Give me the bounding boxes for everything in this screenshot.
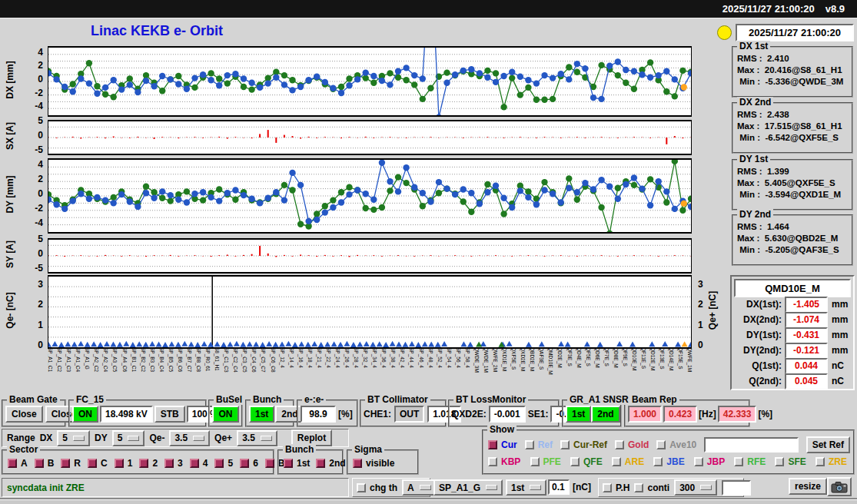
bunch-2nd-label: 2nd — [329, 458, 345, 469]
range-qep-select[interactable]: 3.5 — [237, 430, 277, 446]
sector-2-checkbox[interactable] — [139, 459, 148, 468]
resize-button[interactable]: resize — [789, 478, 827, 495]
x-axis-label: SP_21_4 — [317, 347, 322, 395]
bunch-1st-button[interactable]: 1st — [249, 406, 274, 423]
bt-collimator-label: BT Collimator — [365, 394, 430, 405]
sy-yticks: 50-5 — [22, 238, 45, 270]
x-axis-label: SP_48_4 — [428, 347, 433, 395]
fc15-label: FC_15 — [74, 394, 106, 405]
sector-a-checkbox[interactable] — [8, 459, 17, 468]
show-are-checkbox[interactable] — [612, 457, 621, 466]
count-input[interactable] — [722, 480, 751, 496]
option-menu-indicator — [73, 436, 85, 441]
sector-4-checkbox[interactable] — [190, 459, 199, 468]
x-axis-label: QD6E_M — [595, 347, 600, 395]
beam-gate-group: Beam Gate Close Close — [2, 400, 66, 427]
show-gold-checkbox[interactable] — [615, 440, 624, 449]
fc15-on-button[interactable]: ON — [72, 406, 98, 423]
show-ref-checkbox[interactable] — [525, 440, 534, 449]
threshold-input[interactable] — [548, 479, 570, 495]
option-menu-indicator — [193, 436, 204, 441]
dx2-unit: mm — [832, 314, 848, 325]
dy-2nd-stats-title: DY 2nd — [737, 209, 773, 220]
show-zre-checkbox[interactable] — [815, 457, 825, 466]
sector-1-checkbox[interactable] — [115, 459, 124, 468]
acquisition-panel: P.H conti 300 — [598, 478, 744, 497]
dx-2nd-stats-title: DX 2nd — [737, 97, 773, 108]
sx-plot — [48, 120, 692, 155]
sector-6-checkbox[interactable] — [240, 459, 249, 468]
count-select[interactable]: 300 — [674, 479, 717, 496]
status-message: syncdata init ZRE — [7, 482, 85, 493]
dx-2nd-rms: RMS : 2.438 — [737, 110, 852, 119]
sector-b-checkbox[interactable] — [35, 459, 44, 468]
sigma-visible-checkbox[interactable] — [353, 459, 362, 468]
x-axis-label: SP_C6_C8 — [271, 347, 276, 395]
chg-th-checkbox[interactable] — [357, 483, 366, 492]
bunch-1st-checkbox[interactable] — [284, 459, 293, 468]
x-axis-label: QD4E_M — [576, 347, 582, 395]
sector-bt-checkbox[interactable] — [265, 459, 274, 468]
x-axis-label: SP_C3_C5 — [242, 347, 247, 395]
range-dy-label: DY — [95, 433, 108, 443]
sp-monitor-select[interactable]: SP_A1_G — [433, 479, 503, 496]
sector-5-checkbox[interactable] — [214, 459, 224, 468]
set-ref-button[interactable]: Set Ref — [806, 436, 850, 453]
show-jbe-checkbox[interactable] — [653, 457, 663, 466]
busel-on-button[interactable]: ON — [212, 406, 239, 423]
x-axis-label: SP_B2_C2 — [141, 347, 146, 395]
bt-collimator-group: BT Collimator CHE1: OUT 1.018 — [360, 400, 447, 427]
show-sfe-checkbox[interactable] — [775, 457, 784, 466]
range-qem-select[interactable]: 3.5 — [169, 430, 210, 446]
bunch-select-label: Bunch — [283, 444, 316, 455]
acquisition-timestamp: 2025/11/27 21:00:20 — [736, 24, 854, 41]
sector-label: Sector — [7, 444, 40, 455]
conti-checkbox[interactable] — [634, 483, 643, 492]
show-cur-label: Cur — [501, 439, 517, 450]
show-ave10-checkbox[interactable] — [656, 440, 666, 449]
dx1-unit: mm — [832, 299, 848, 310]
dx-1st-max: Max : 20.416@S8_61_H1 — [737, 65, 852, 75]
x-axis-label: SP_12_4 — [280, 347, 285, 395]
x-axis-label: SP_A1_C2 — [57, 347, 62, 395]
sector-r-checkbox[interactable] — [61, 459, 70, 468]
dy-2nd-rms: RMS : 1.464 — [737, 222, 852, 231]
show-jbp-checkbox[interactable] — [694, 457, 703, 466]
dx-1st-min: Min : -5.336@QWDE_3M — [737, 77, 852, 86]
gr-1st-button[interactable]: 1st — [566, 406, 591, 423]
beam-gate-close-button-1[interactable]: Close — [5, 406, 43, 423]
x-axis-label: QF11E_S — [641, 347, 646, 395]
sector-c-checkbox[interactable] — [88, 459, 97, 468]
sector-2-label: 2 — [152, 458, 158, 469]
show-rfe-checkbox[interactable] — [734, 457, 743, 466]
x-axis-label: QD2E_M — [557, 347, 563, 395]
gr-2nd-button[interactable]: 2nd — [591, 406, 619, 423]
range-qep-label: Qe+ — [214, 433, 232, 443]
show-kbp-checkbox[interactable] — [488, 457, 497, 466]
gr-a1-snsr-label: GR_A1 SNSR — [567, 394, 631, 405]
qe-yticks: 3210 — [22, 275, 45, 346]
bunch-select[interactable]: 1st — [506, 479, 546, 496]
show-cur-ref-checkbox[interactable] — [560, 440, 570, 449]
sector-3-checkbox[interactable] — [164, 459, 174, 468]
show-qfe-checkbox[interactable] — [570, 457, 580, 466]
th-select[interactable]: A — [402, 479, 437, 496]
x-axis-label: SP_B6_C6 — [178, 347, 183, 395]
range-dy-select[interactable]: 5 — [112, 430, 145, 446]
range-dx-select[interactable]: 5 — [57, 430, 90, 446]
dx-chart: DX [mm]420-2-4 — [0, 46, 726, 114]
dy1-label: DY(1st): — [734, 330, 782, 340]
dy-1st-max: Max : 5.405@QXF5E_S — [737, 178, 852, 187]
ee-ratio-group: e-:e- 98.9 [%] — [297, 400, 358, 427]
show-cur-checkbox[interactable] — [488, 440, 497, 449]
ph-checkbox[interactable] — [603, 483, 612, 492]
show-pfe-checkbox[interactable] — [530, 457, 540, 466]
x-axis-element-labels: SP_A1_C1SP_A1_C2SP_A1_C3SP_A1_C4SP_A1_GS… — [48, 347, 693, 395]
screenshot-button[interactable] — [827, 477, 852, 496]
option-menu-indicator — [420, 485, 431, 490]
ref-file-input[interactable] — [704, 437, 798, 453]
sector-6-label: 6 — [253, 458, 258, 469]
bunch-2nd-checkbox[interactable] — [316, 459, 325, 468]
range-dx-label: DX — [40, 433, 53, 443]
fc15-stb-button[interactable]: STB — [154, 406, 185, 423]
